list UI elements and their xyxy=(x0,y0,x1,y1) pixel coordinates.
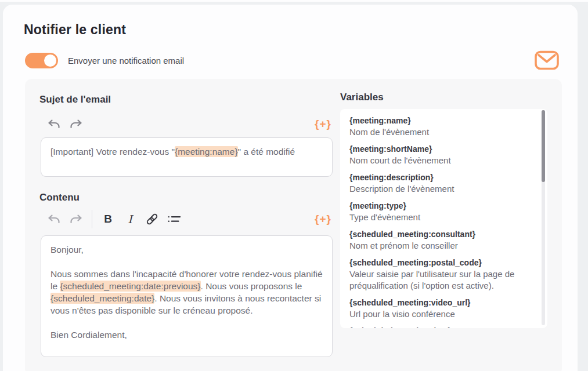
content-paragraph: Bonjour, xyxy=(50,243,323,256)
text-segment: Bonjour, xyxy=(50,245,84,254)
variables-heading: Variables xyxy=(340,92,384,103)
content-paragraph: Nous sommes dans l'incapacité d'honorer … xyxy=(50,268,323,317)
bullet-list-button[interactable] xyxy=(167,212,181,227)
italic-icon: I xyxy=(128,213,132,225)
undo-icon[interactable] xyxy=(47,212,61,227)
variable-description: Url pour la visio conférence xyxy=(349,308,531,320)
subject-toolbar: {+} xyxy=(41,115,333,133)
variable-list-item[interactable]: {scheduled_meeting:date} xyxy=(349,326,531,328)
insert-variable-button[interactable]: {+} xyxy=(315,213,331,225)
toggle-label: Envoyer une notification email xyxy=(68,56,184,66)
variable-list-item[interactable]: {scheduled_meeting:postal_code}Valeur sa… xyxy=(349,257,531,292)
scrollbar-track[interactable] xyxy=(542,110,545,325)
scrollbar-thumb[interactable] xyxy=(542,110,545,182)
variable-name: {scheduled_meeting:postal_code} xyxy=(349,257,531,268)
redo-icon[interactable] xyxy=(69,212,83,227)
variable-name: {meeting:name} xyxy=(349,115,531,126)
bullet-list-icon xyxy=(167,213,181,225)
variables-list: {meeting:name}Nom de l'évènement{meeting… xyxy=(340,109,547,328)
email-envelope-icon xyxy=(534,50,560,71)
text-segment: " a été modifié xyxy=(238,147,295,157)
variable-description: Nom court de l'évènement xyxy=(349,155,531,166)
notify-client-card: Notifier le client Envoyer une notificat… xyxy=(3,5,578,371)
variable-list-item[interactable]: {meeting:type}Type d'évènement xyxy=(349,201,531,223)
content-editor[interactable]: Bonjour, Nous sommes dans l'incapacité d… xyxy=(41,235,333,357)
variable-description: Nom et prénom le conseiller xyxy=(349,240,531,252)
variable-name: {scheduled_meeting:video_url} xyxy=(349,297,531,308)
variable-list-item[interactable]: {scheduled_meeting:video_url}Url pour la… xyxy=(349,297,531,320)
variable-description: Type d'évènement xyxy=(349,212,531,223)
variable-description: Nom de l'évènement xyxy=(349,126,531,138)
variable-name: {meeting:type} xyxy=(349,201,531,212)
link-icon xyxy=(145,212,159,226)
variable-name: {scheduled_meeting:date} xyxy=(349,326,531,328)
variable-token: {scheduled_meeting:date:previous} xyxy=(60,281,200,292)
subject-input[interactable]: [Important] Votre rendez-vous "{meeting:… xyxy=(41,137,333,177)
bold-button[interactable]: B xyxy=(101,212,115,227)
variable-token: {meeting:name} xyxy=(175,146,238,157)
page-title: Notifier le client xyxy=(24,22,126,38)
content-paragraph: Bien Cordialement, xyxy=(50,329,323,341)
redo-icon[interactable] xyxy=(69,117,83,132)
text-segment: [Important] Votre rendez-vous " xyxy=(50,147,175,157)
text-segment: Bien Cordialement, xyxy=(50,330,127,340)
link-button[interactable] xyxy=(145,212,159,227)
text-segment: . Nous vous proposons le xyxy=(201,281,302,291)
variable-name: {meeting:description} xyxy=(349,172,531,183)
subject-value: [Important] Votre rendez-vous "{meeting:… xyxy=(50,146,295,157)
content-heading: Contenu xyxy=(39,192,80,203)
variables-panel: {meeting:name}Nom de l'évènement{meeting… xyxy=(340,109,547,328)
variable-token: {scheduled_meeting:date} xyxy=(50,293,154,304)
variable-name: {meeting:shortName} xyxy=(349,144,531,155)
variable-list-item[interactable]: {scheduled_meeting:consultant}Nom et pré… xyxy=(349,229,531,252)
content-toolbar: B I {+} xyxy=(41,210,333,228)
variable-list-item[interactable]: {meeting:name}Nom de l'évènement xyxy=(349,115,531,138)
email-notification-toggle[interactable] xyxy=(25,53,58,68)
variable-description: Valeur saisie par l'utilisateur sur la p… xyxy=(349,268,531,292)
variable-description: Description de l'évènement xyxy=(349,183,531,195)
variable-list-item[interactable]: {meeting:shortName}Nom court de l'évènem… xyxy=(349,144,531,166)
undo-icon[interactable] xyxy=(47,117,61,132)
toolbar-separator xyxy=(92,210,92,228)
toggle-knob xyxy=(44,54,56,67)
subject-heading: Sujet de l'email xyxy=(39,94,111,106)
insert-variable-button[interactable]: {+} xyxy=(315,118,331,130)
variable-name: {scheduled_meeting:consultant} xyxy=(349,229,531,240)
previous-card-edge xyxy=(0,0,588,2)
bold-icon: B xyxy=(104,213,112,225)
email-notification-toggle-row: Envoyer une notification email xyxy=(25,53,184,68)
variable-list-item[interactable]: {meeting:description}Description de l'év… xyxy=(349,172,531,195)
italic-button[interactable]: I xyxy=(123,212,137,227)
